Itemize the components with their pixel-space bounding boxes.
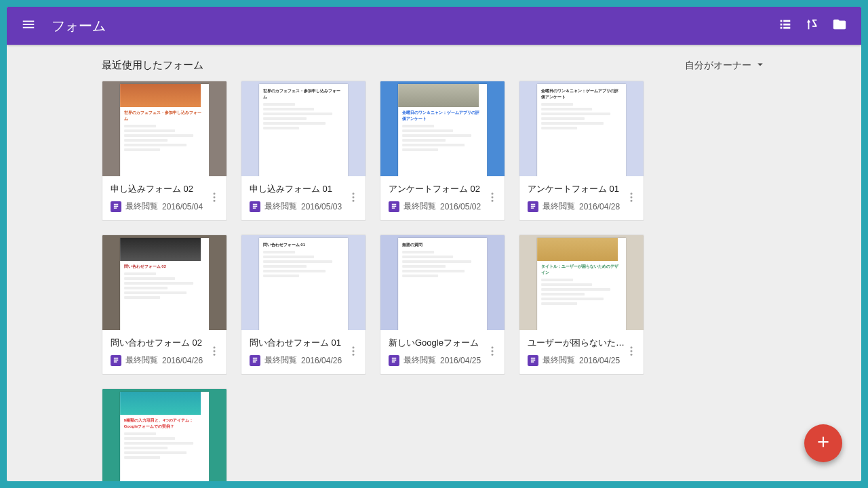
card-more-button[interactable] [622,189,641,208]
card-title: ユーザーが困らないため... [528,337,637,349]
list-icon [778,17,793,35]
list-view-button[interactable] [772,12,799,39]
form-icon [250,201,260,212]
form-thumbnail: 金曜日のワン＆ニャン：ゲームアプリの評価アンケート [380,81,505,176]
hamburger-icon [21,17,36,35]
thumbnail-title: 金曜日のワン＆ニャン：ゲームアプリの評価アンケート [541,88,623,100]
last-viewed-label: 最終閲覧 [264,354,297,366]
card-more-button[interactable] [205,343,224,362]
form-card[interactable]: 金曜日のワン＆ニャン：ゲームアプリの評価アンケートアンケートフォーム 01最終閲… [519,81,644,221]
form-card[interactable]: 金曜日のワン＆ニャン：ゲームアプリの評価アンケートアンケートフォーム 02最終閲… [380,81,505,221]
content-area: 最近使用したフォーム 自分がオーナー 世界のカフェフェス・参加申し込みフォーム申… [7,45,861,481]
forms-grid: 世界のカフェフェス・参加申し込みフォーム申し込みフォーム 02最終閲覧2016/… [7,81,861,481]
open-folder-button[interactable] [826,12,853,39]
svg-point-6 [492,192,494,195]
svg-point-15 [353,346,355,348]
form-icon [111,201,121,212]
card-subline: 最終閲覧2016/04/25 [528,354,637,366]
folder-icon [832,17,847,35]
svg-point-12 [214,346,216,348]
last-viewed-label: 最終閲覧 [125,354,158,366]
more-vert-icon [625,345,637,360]
card-title: 新しいGoogleフォーム [389,337,498,349]
last-viewed-date: 2016/04/26 [162,356,203,365]
card-meta: 申し込みフォーム 02最終閲覧2016/05/04 [102,176,226,220]
svg-point-23 [631,353,633,355]
last-viewed-date: 2016/04/26 [301,356,342,365]
svg-point-14 [214,353,216,355]
svg-point-7 [492,196,494,198]
svg-point-4 [353,196,355,198]
svg-point-2 [214,199,216,201]
owner-filter-label: 自分がオーナー [685,60,751,72]
form-thumbnail: 世界のカフェフェス・参加申し込みフォーム [102,81,226,176]
card-title: 申し込みフォーム 02 [111,183,220,195]
form-card[interactable]: 世界のカフェフェス・参加申し込みフォーム申し込みフォーム 01最終閲覧2016/… [241,81,366,221]
form-thumbnail: タイトル：ユーザーが困らないためのデザイン [519,235,644,330]
form-card[interactable]: 世界のカフェフェス・参加申し込みフォーム申し込みフォーム 02最終閲覧2016/… [102,81,227,221]
last-viewed-date: 2016/05/03 [301,202,342,211]
card-meta: 新しいGoogleフォーム最終閲覧2016/04/25 [380,330,505,374]
form-card[interactable]: 問い合わせフォーム 01問い合わせフォーム 01最終閲覧2016/04/26 [241,235,366,375]
form-thumbnail: 無題の質問 [380,235,505,330]
form-card[interactable]: タイトル：ユーザーが困らないためのデザインユーザーが困らないため...最終閲覧2… [519,235,644,375]
card-more-button[interactable] [622,343,641,362]
chevron-down-icon [754,58,766,73]
card-title: 問い合わせフォーム 02 [111,337,220,349]
form-thumbnail: 問い合わせフォーム 01 [241,235,366,330]
last-viewed-date: 2016/05/04 [162,202,203,211]
thumbnail-title: 無題の質問 [402,242,484,248]
svg-point-10 [631,196,633,198]
more-vert-icon [486,345,498,360]
more-vert-icon [625,191,637,206]
last-viewed-date: 2016/05/02 [440,202,481,211]
last-viewed-label: 最終閲覧 [403,201,436,212]
card-meta: アンケートフォーム 02最終閲覧2016/05/02 [380,176,505,220]
form-thumbnail: 問い合わせフォーム 02 [102,235,226,330]
card-more-button[interactable] [344,343,363,362]
thumbnail-title: 9種類の入力項目と、4つのアイテム：Googleフォームでの実例？ [124,418,205,430]
more-vert-icon [347,345,359,360]
card-more-button[interactable] [483,343,502,362]
svg-point-20 [492,353,494,355]
svg-point-5 [353,199,355,201]
card-subline: 最終閲覧2016/04/28 [528,201,637,212]
form-icon [528,201,538,212]
card-more-button[interactable] [344,189,363,208]
form-icon [389,355,399,366]
form-card[interactable]: 問い合わせフォーム 02問い合わせフォーム 02最終閲覧2016/04/26 [102,235,227,375]
more-vert-icon [208,191,220,206]
card-title: アンケートフォーム 01 [528,183,637,195]
form-icon [389,201,399,212]
owner-filter-dropdown[interactable]: 自分がオーナー [685,58,766,73]
app-title: フォーム [52,17,106,35]
menu-button[interactable] [15,12,42,39]
more-vert-icon [208,345,220,360]
last-viewed-label: 最終閲覧 [403,354,436,366]
last-viewed-date: 2016/04/25 [440,356,481,365]
svg-point-19 [492,350,494,352]
card-meta: アンケートフォーム 01最終閲覧2016/04/28 [519,176,644,220]
more-vert-icon [486,191,498,206]
card-subline: 最終閲覧2016/05/02 [389,201,498,212]
card-subline: 最終閲覧2016/04/26 [111,354,220,366]
card-meta: 申し込みフォーム 01最終閲覧2016/05/03 [241,176,366,220]
card-more-button[interactable] [483,189,502,208]
last-viewed-label: 最終閲覧 [542,201,575,212]
create-new-fab[interactable] [804,424,842,462]
sort-az-button[interactable] [799,12,826,39]
form-card[interactable]: 9種類の入力項目と、4つのアイテム：Googleフォームでの実例？9種類の入力項… [102,388,227,481]
card-subline: 最終閲覧2016/05/03 [250,201,359,212]
form-thumbnail: 世界のカフェフェス・参加申し込みフォーム [241,81,366,176]
sort-az-icon [805,17,820,35]
card-meta: 問い合わせフォーム 01最終閲覧2016/04/26 [241,330,366,374]
card-meta: ユーザーが困らないため...最終閲覧2016/04/25 [519,330,644,374]
last-viewed-label: 最終閲覧 [264,201,297,212]
last-viewed-date: 2016/04/25 [579,356,620,365]
svg-point-16 [353,350,355,352]
card-more-button[interactable] [205,189,224,208]
form-card[interactable]: 無題の質問新しいGoogleフォーム最終閲覧2016/04/25 [380,235,505,375]
card-title: アンケートフォーム 02 [389,183,498,195]
svg-point-8 [492,199,494,201]
card-subline: 最終閲覧2016/05/04 [111,201,220,212]
